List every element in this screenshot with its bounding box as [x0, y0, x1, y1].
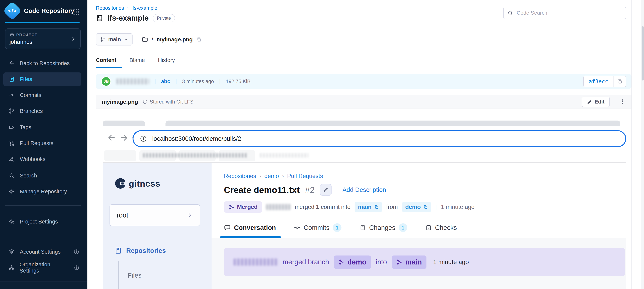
redacted-author-blur	[234, 258, 278, 266]
copy-icon	[374, 204, 379, 210]
pull-request-icon	[8, 140, 15, 146]
copy-icon	[423, 204, 428, 210]
sidebar-item-files[interactable]: Files	[3, 72, 81, 86]
sidebar-item-label: Manage Repository	[20, 188, 67, 195]
gitness-breadcrumb: Repositories › demo › Pull Requests	[224, 173, 323, 180]
sidebar-item-branches[interactable]: Branches	[3, 104, 81, 118]
edit-button[interactable]: Edit	[582, 96, 610, 107]
source-branch-chip[interactable]: demo	[402, 202, 431, 212]
browser-back-icon	[107, 133, 116, 143]
file-panel-header: myimage.png Stored with Git LFS Edit	[96, 95, 632, 109]
pr-title-row: Create demo11.txt #2 Add Description	[224, 184, 386, 196]
copy-icon[interactable]	[196, 37, 202, 42]
chevron-right-icon	[187, 212, 193, 218]
branch-selector[interactable]: main	[96, 33, 132, 46]
sidebar-item-project-settings[interactable]: Project Settings	[3, 215, 81, 228]
sidebar-item-organization-settings[interactable]: Organization Settings	[3, 261, 81, 274]
gear-icon	[8, 218, 15, 225]
sidebar-item-tags[interactable]: Tags	[3, 120, 81, 134]
sidebar-item-manage-repository[interactable]: Manage Repository	[3, 185, 81, 198]
browser-url: localhost:3000/root/demo/pulls/2	[152, 135, 241, 142]
search-icon	[507, 10, 513, 16]
scrollbar-thumb[interactable]	[642, 26, 644, 80]
webhook-icon	[8, 156, 15, 162]
app-grid-icon[interactable]	[72, 8, 80, 16]
activity-source-branch-chip[interactable]: demo	[334, 256, 371, 269]
gitness-scope-selector[interactable]: root	[110, 204, 200, 226]
brand-accent-line	[5, 22, 80, 23]
info-icon	[140, 135, 147, 142]
sidebar-item-search[interactable]: Search	[3, 169, 81, 182]
pr-number: #2	[305, 185, 315, 195]
pr-tab-changes[interactable]: Changes 1	[360, 223, 407, 232]
file-path: / myimage.png	[142, 36, 202, 43]
pencil-icon	[587, 100, 592, 104]
breadcrumb-repositories[interactable]: Repositories	[96, 5, 124, 11]
sidebar-item-pull-requests[interactable]: Pull Requests	[3, 136, 81, 150]
layers-icon	[8, 248, 15, 255]
add-description-link[interactable]: Add Description	[342, 186, 386, 193]
gitness-breadcrumb-pull-requests[interactable]: Pull Requests	[287, 173, 323, 180]
back-label: Back to Repositories	[20, 60, 70, 66]
browser-tab-fragment	[102, 120, 145, 126]
git-merge-icon	[338, 259, 345, 265]
activity-action: merged branch	[282, 258, 329, 266]
tab-blame[interactable]: Blame	[130, 57, 145, 68]
gear-icon	[8, 188, 15, 195]
copy-sha-button[interactable]	[613, 76, 626, 87]
repository-book-icon	[96, 14, 103, 22]
gitness-logo-icon	[114, 178, 126, 189]
search-icon	[8, 172, 15, 179]
sidebar-item-webhooks[interactable]: Webhooks	[3, 152, 81, 166]
gitness-nav-repositories[interactable]: Repositories	[114, 247, 166, 254]
tabs-border	[88, 68, 632, 68]
pr-tab-conversation[interactable]: Conversation	[224, 224, 276, 231]
chevron-right-icon	[70, 36, 76, 42]
screen: </> Code Repository PROJECT johannes	[0, 0, 644, 289]
tab-content[interactable]: Content	[96, 57, 116, 68]
branch-name: main	[108, 36, 121, 42]
file-name: myimage.png	[102, 99, 138, 105]
path-filename: myimage.png	[156, 36, 193, 43]
commit-message-link[interactable]: abc	[161, 78, 170, 84]
path-separator: /	[152, 36, 153, 43]
commit-sha[interactable]: af3ecc	[584, 76, 613, 87]
gitness-breadcrumb-demo[interactable]: demo	[264, 173, 279, 180]
gitness-breadcrumb-repositories[interactable]: Repositories	[224, 173, 256, 180]
folder-icon[interactable]	[142, 36, 148, 43]
gitness-app: gitness root Repositories Files	[102, 163, 626, 289]
file-size: 192.75 KiB	[226, 78, 250, 84]
sidebar-item-label: Account Settings	[20, 249, 61, 255]
kebab-menu-icon[interactable]	[619, 99, 626, 105]
project-selector[interactable]: PROJECT johannes	[5, 28, 81, 49]
commits-count-badge: 1	[333, 223, 342, 232]
target-branch-chip[interactable]: main	[354, 202, 382, 212]
sidebar-divider	[5, 236, 81, 237]
pr-tab-commits[interactable]: Commits 1	[294, 223, 342, 232]
redacted-author-blur	[116, 78, 149, 84]
sidebar-back-to-repositories[interactable]: Back to Repositories	[3, 56, 81, 70]
file-view-tabs: Content Blame History	[96, 57, 175, 68]
sidebar-item-commits[interactable]: Commits	[3, 88, 81, 102]
page-scrollbar[interactable]	[641, 0, 644, 289]
pencil-icon	[323, 187, 328, 192]
pr-tabs: Conversation Commits 1 Changes 1	[224, 223, 457, 232]
redacted-bookmarks-blur	[260, 153, 308, 158]
pr-title-edit-button[interactable]	[320, 184, 332, 196]
branch-icon	[8, 108, 15, 114]
gitness-nav-files[interactable]: Files	[128, 272, 142, 279]
info-icon	[142, 99, 148, 104]
redacted-author-blur	[266, 204, 290, 210]
breadcrumb-repo[interactable]: lfs-example	[132, 5, 157, 11]
sidebar-item-label: Commits	[20, 92, 41, 98]
code-search-input[interactable]	[517, 10, 622, 16]
pr-status-row: Merged merged 1 commit into main from de…	[224, 202, 474, 213]
commit-sha-pill: af3ecc	[583, 76, 626, 87]
tab-history[interactable]: History	[158, 57, 175, 68]
repository-book-icon	[114, 247, 122, 254]
code-repository-logo-icon: </>	[3, 1, 22, 20]
sidebar-item-account-settings[interactable]: Account Settings	[3, 245, 81, 258]
pr-tab-checks[interactable]: Checks	[425, 224, 457, 231]
activity-target-branch-chip[interactable]: main	[392, 256, 426, 269]
avatar[interactable]: JB	[101, 76, 111, 86]
